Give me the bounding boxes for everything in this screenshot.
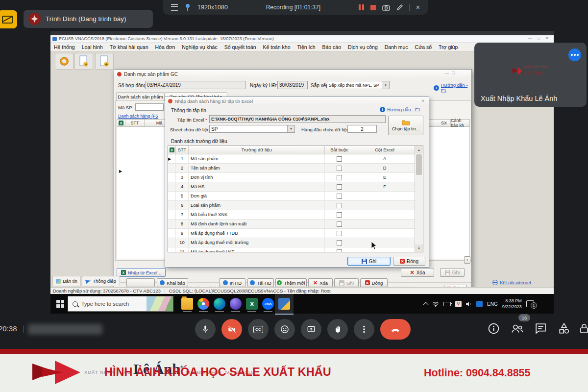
scroll-right-icon[interactable]: › [464, 256, 470, 264]
menu-tien-ich[interactable]: Tiện ích [294, 44, 319, 50]
menu-icon[interactable] [171, 4, 178, 11]
required-checkbox[interactable] [337, 184, 342, 190]
required-checkbox[interactable] [337, 231, 342, 236]
menu-cua-so[interactable]: Cửa sổ [412, 44, 435, 50]
window-controls[interactable]: — □ ✕ [528, 36, 551, 41]
close-button[interactable]: ✕ Đóng [393, 257, 425, 266]
host-controls-button[interactable] [578, 322, 588, 337]
chat-button[interactable] [535, 322, 547, 337]
sort-select[interactable]: Sắp xếp theo mã NPL, SP ▼ [327, 81, 390, 89]
unikey-icon[interactable]: V [455, 301, 462, 307]
choose-file-button[interactable]: Chọn tập tin... [388, 116, 423, 135]
tray-expand-icon[interactable] [423, 302, 428, 307]
captions-button[interactable]: CC [248, 319, 269, 340]
internet-connection-link[interactable]: Kết nối internet [492, 280, 531, 285]
khai-bao-button[interactable]: Khai báo [157, 278, 188, 287]
scroll-thumb[interactable] [416, 154, 422, 175]
pause-recording-icon[interactable] [359, 4, 364, 10]
wifi-icon[interactable] [432, 301, 439, 307]
excel-file-path-field[interactable]: E:\XNK-BCQT\THỰC HÀNH\GIA CÔNG C104\SP.N… [209, 115, 386, 123]
table-row[interactable]: 7 Mã biểu thuế XNK [168, 210, 423, 220]
chevron-down-icon[interactable]: ▼ [382, 81, 389, 89]
camera-off-button[interactable] [221, 319, 242, 340]
menu-bao-cao[interactable]: Báo cáo [319, 44, 345, 50]
dong-button[interactable]: ✕ Đóng [360, 278, 388, 287]
language-indicator[interactable]: ENG [487, 301, 498, 307]
col-sx[interactable]: SX [438, 120, 451, 126]
edge-icon[interactable] [214, 298, 225, 310]
pencil-icon[interactable] [396, 4, 403, 11]
settings-toolbar-button[interactable] [55, 53, 74, 70]
sheet-select[interactable]: SP ▼ [209, 125, 295, 133]
table-row[interactable]: 8 Mã định danh lệnh sản xuất [168, 220, 423, 229]
required-checkbox[interactable] [337, 156, 342, 162]
required-checkbox[interactable] [337, 175, 342, 180]
table-row[interactable]: 3 Đơn vị tính E [168, 173, 423, 182]
product-list-link[interactable]: Danh sách hàng (F5 [118, 114, 158, 119]
menu-he-thong[interactable]: Hệ thống [50, 44, 78, 50]
import-from-excel-button[interactable]: X Nhập từ Excel... [117, 268, 166, 277]
activities-button[interactable] [558, 322, 570, 337]
table-row[interactable]: 4 Mã HS F [168, 182, 423, 192]
document-toolbar-button[interactable] [74, 53, 93, 70]
ecus-taskbar-icon[interactable] [278, 298, 290, 310]
header-required[interactable]: Bắt buộc [325, 146, 354, 154]
present-button[interactable] [301, 319, 321, 340]
delete-button[interactable]: ✕ Xóa [401, 268, 434, 277]
menu-loai-hinh[interactable]: Loại hình [78, 44, 106, 50]
presentation-off-badge[interactable] [0, 10, 17, 28]
taskbar-clock[interactable]: 8:38 PM 9/22/2023 [502, 298, 522, 310]
required-checkbox[interactable] [337, 194, 342, 199]
contract-number-field[interactable]: 03/HX-ZX/2019 [145, 81, 245, 89]
header-stt[interactable]: STT [176, 146, 189, 154]
required-checkbox[interactable] [337, 221, 342, 227]
required-checkbox[interactable] [337, 240, 342, 245]
close-icon[interactable]: ✕ [421, 98, 425, 103]
search-highlight-image[interactable] [147, 296, 173, 311]
first-row-input[interactable]: 2 [347, 125, 377, 133]
them-moi-button[interactable]: + Thêm mới [275, 278, 307, 287]
table-row[interactable]: 6 Loại sản phẩm [168, 201, 423, 210]
header-field[interactable]: Trường dữ liệu [189, 146, 325, 154]
end-call-button[interactable] [380, 319, 411, 340]
contract-date-field[interactable]: 30/03/2019 [277, 81, 308, 89]
help-link[interactable]: i Hướng dẫn - F1 [434, 82, 471, 93]
chevron-down-icon[interactable]: ▼ [287, 125, 294, 132]
more-options-button[interactable] [354, 319, 374, 340]
excel-taskbar-icon[interactable]: X [246, 298, 258, 310]
menu-ke-toan-kho[interactable]: Kế toán kho [259, 44, 294, 50]
tab-product-list[interactable]: Danh sách sản phẩm [116, 92, 165, 101]
menu-to-khai[interactable]: Tờ khai hải quan [106, 44, 152, 50]
excel-help-link[interactable]: i Hướng dẫn - F1 [380, 107, 420, 112]
tile-options-button[interactable] [568, 49, 581, 61]
menu-dich-vu-cong[interactable]: Dịch vụ công [344, 44, 381, 50]
required-checkbox[interactable] [337, 212, 342, 218]
table-row[interactable]: 5 Đơn giá [168, 192, 423, 201]
blank-button[interactable] [126, 278, 155, 287]
table-row[interactable]: ▶ 1 Mã sản phẩm A [168, 154, 423, 164]
menu-tro-giup[interactable]: Trợ giúp [435, 44, 461, 50]
required-checkbox[interactable] [337, 166, 342, 171]
meeting-details-button[interactable] [488, 322, 500, 337]
notification-icon[interactable]: 1 [526, 300, 534, 307]
close-toolbar-icon[interactable]: × [416, 4, 420, 11]
file-explorer-icon[interactable] [181, 298, 193, 310]
menu-hoa-don[interactable]: Hóa đơn [152, 44, 179, 50]
screenshot-camera-icon[interactable] [382, 4, 390, 11]
col-canh-bao[interactable]: Cảnh báo kh [451, 120, 470, 126]
save-button[interactable]: Ghi [347, 257, 391, 266]
table-row[interactable]: 9 Mã áp dụng thuế TTĐB [168, 229, 423, 238]
ghi-button-disabled[interactable]: Ghi [334, 278, 359, 287]
tab-thong-diep[interactable]: Thông điệp [82, 276, 120, 286]
tray-app-icon[interactable] [476, 301, 483, 307]
chrome-icon[interactable] [197, 298, 209, 310]
required-checkbox[interactable] [337, 203, 342, 208]
taskbar-search[interactable]: Type here to search [68, 296, 173, 312]
battery-icon[interactable] [443, 302, 451, 306]
table-row[interactable]: 11 Mã áp dụng thuế VAT [168, 247, 423, 252]
tab-ban-tin[interactable]: Bản tin [52, 276, 81, 286]
document2-toolbar-button[interactable] [95, 53, 114, 70]
dialog-window-controls[interactable]: —□ [445, 71, 458, 75]
menu-so-quyet-toan[interactable]: Số quyết toán [221, 44, 260, 50]
table-row[interactable]: 10 Mã áp dụng thuế môi trường [168, 238, 423, 247]
